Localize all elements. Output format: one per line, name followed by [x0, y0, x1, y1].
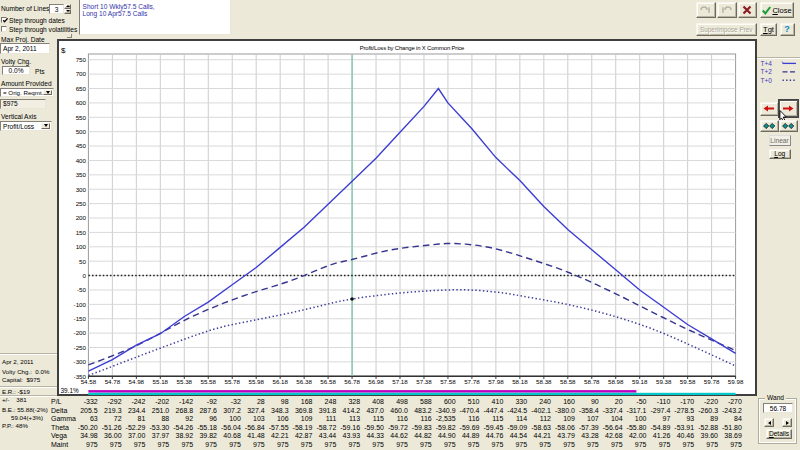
svg-text:57.98: 57.98 — [488, 378, 504, 385]
svg-text:56.58: 56.58 — [320, 378, 336, 385]
svg-text:55.38: 55.38 — [177, 378, 193, 385]
svg-text:600: 600 — [76, 99, 87, 106]
svg-text:-200: -200 — [74, 329, 87, 336]
svg-text:55.18: 55.18 — [153, 378, 169, 385]
svg-text:500: 500 — [76, 128, 87, 135]
svg-text:50: 50 — [79, 258, 86, 265]
svg-text:300: 300 — [76, 186, 87, 193]
svg-text:200: 200 — [76, 214, 87, 221]
svg-text:59.78: 59.78 — [704, 378, 720, 385]
svg-text:550: 550 — [76, 114, 87, 121]
svg-text:-50: -50 — [77, 286, 87, 293]
svg-text:59.58: 59.58 — [680, 378, 696, 385]
svg-text:54.78: 54.78 — [105, 378, 121, 385]
svg-text:55.78: 55.78 — [224, 378, 240, 385]
svg-text:56.18: 56.18 — [272, 378, 288, 385]
svg-text:Profit/Loss by Change in X Com: Profit/Loss by Change in X Common Price — [360, 45, 465, 51]
svg-text:56.98: 56.98 — [368, 378, 384, 385]
svg-text:57.78: 57.78 — [464, 378, 480, 385]
svg-text:59.38: 59.38 — [656, 378, 672, 385]
svg-text:58.38: 58.38 — [536, 378, 552, 385]
svg-text:56.78: 56.78 — [344, 378, 360, 385]
svg-text:-250: -250 — [74, 344, 87, 351]
svg-text:54.98: 54.98 — [129, 378, 145, 385]
svg-text:450: 450 — [76, 142, 87, 149]
svg-text:-150: -150 — [74, 315, 87, 322]
svg-text:400: 400 — [76, 157, 87, 164]
svg-text:57.58: 57.58 — [440, 378, 456, 385]
svg-text:57.18: 57.18 — [392, 378, 408, 385]
svg-text:700: 700 — [76, 70, 87, 77]
svg-text:56.38: 56.38 — [296, 378, 312, 385]
svg-text:55.58: 55.58 — [200, 378, 216, 385]
svg-text:150: 150 — [76, 229, 87, 236]
svg-text:0: 0 — [83, 272, 87, 279]
svg-text:750: 750 — [76, 56, 87, 63]
svg-text:-300: -300 — [74, 358, 87, 365]
svg-text:250: 250 — [76, 200, 87, 207]
svg-text:650: 650 — [76, 85, 87, 92]
svg-text:58.78: 58.78 — [584, 378, 600, 385]
svg-text:39.1%: 39.1% — [61, 387, 79, 394]
svg-text:-100: -100 — [74, 301, 87, 308]
svg-text:55.98: 55.98 — [248, 378, 264, 385]
svg-text:59.18: 59.18 — [632, 378, 648, 385]
svg-text:350: 350 — [76, 171, 87, 178]
svg-text:59.98: 59.98 — [728, 378, 744, 385]
svg-text:57.38: 57.38 — [416, 378, 432, 385]
svg-text:100: 100 — [76, 243, 87, 250]
svg-text:58.98: 58.98 — [608, 378, 624, 385]
svg-text:54.58: 54.58 — [81, 378, 97, 385]
svg-text:$: $ — [61, 46, 66, 55]
svg-text:58.58: 58.58 — [560, 378, 576, 385]
svg-text:58.18: 58.18 — [512, 378, 528, 385]
